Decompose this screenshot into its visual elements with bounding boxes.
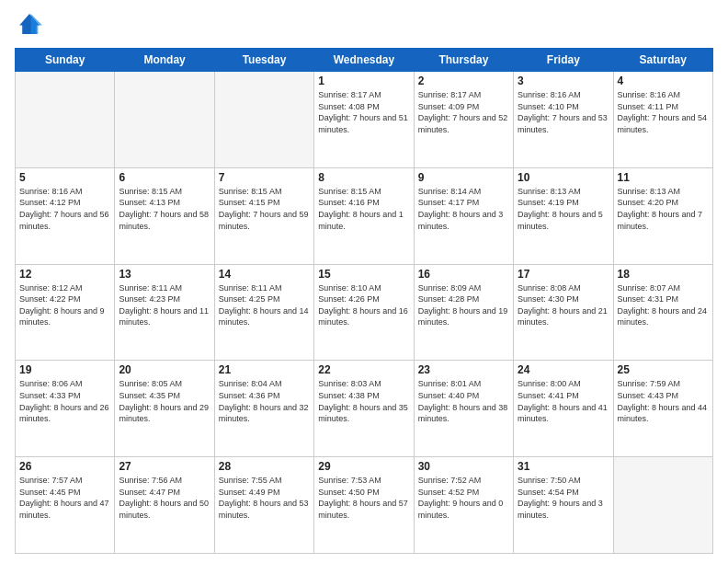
cell-info: Sunrise: 8:14 AMSunset: 4:17 PMDaylight:… xyxy=(418,186,509,232)
cell-info: Sunrise: 8:16 AMSunset: 4:12 PMDaylight:… xyxy=(19,186,110,232)
calendar-cell: 24Sunrise: 8:00 AMSunset: 4:41 PMDayligh… xyxy=(514,361,613,457)
calendar-cell: 10Sunrise: 8:13 AMSunset: 4:19 PMDayligh… xyxy=(514,167,613,264)
calendar-week-row: 26Sunrise: 7:57 AMSunset: 4:45 PMDayligh… xyxy=(16,457,713,554)
cell-day-number: 12 xyxy=(19,268,110,281)
cell-info: Sunrise: 8:17 AMSunset: 4:09 PMDaylight:… xyxy=(418,89,509,135)
calendar-cell: 25Sunrise: 7:59 AMSunset: 4:43 PMDayligh… xyxy=(613,361,712,457)
calendar-week-row: 12Sunrise: 8:12 AMSunset: 4:22 PMDayligh… xyxy=(16,264,713,361)
col-header-monday: Monday xyxy=(115,49,214,72)
calendar-cell: 21Sunrise: 8:04 AMSunset: 4:36 PMDayligh… xyxy=(214,361,313,457)
cell-day-number: 3 xyxy=(518,75,609,87)
calendar-cell: 19Sunrise: 8:06 AMSunset: 4:33 PMDayligh… xyxy=(16,361,115,457)
cell-info: Sunrise: 7:56 AMSunset: 4:47 PMDaylight:… xyxy=(119,475,210,521)
calendar-cell: 23Sunrise: 8:01 AMSunset: 4:40 PMDayligh… xyxy=(414,361,513,457)
cell-info: Sunrise: 8:15 AMSunset: 4:15 PMDaylight:… xyxy=(219,186,310,232)
calendar-cell: 31Sunrise: 7:50 AMSunset: 4:54 PMDayligh… xyxy=(514,457,613,554)
cell-info: Sunrise: 8:06 AMSunset: 4:33 PMDaylight:… xyxy=(19,378,110,424)
cell-day-number: 17 xyxy=(518,268,609,281)
calendar-cell xyxy=(613,457,712,554)
cell-info: Sunrise: 8:15 AMSunset: 4:13 PMDaylight:… xyxy=(119,186,210,232)
calendar-cell: 5Sunrise: 8:16 AMSunset: 4:12 PMDaylight… xyxy=(16,167,115,264)
cell-day-number: 6 xyxy=(119,171,210,184)
calendar-cell: 1Sunrise: 8:17 AMSunset: 4:08 PMDaylight… xyxy=(314,72,414,168)
page: SundayMondayTuesdayWednesdayThursdayFrid… xyxy=(0,0,728,563)
calendar-cell: 11Sunrise: 8:13 AMSunset: 4:20 PMDayligh… xyxy=(613,167,712,264)
cell-day-number: 14 xyxy=(219,268,310,281)
calendar-cell: 17Sunrise: 8:08 AMSunset: 4:30 PMDayligh… xyxy=(514,264,613,361)
cell-day-number: 9 xyxy=(418,171,509,184)
cell-info: Sunrise: 8:13 AMSunset: 4:19 PMDaylight:… xyxy=(518,186,609,232)
calendar-week-row: 1Sunrise: 8:17 AMSunset: 4:08 PMDaylight… xyxy=(16,72,713,168)
cell-day-number: 5 xyxy=(19,171,110,184)
col-header-friday: Friday xyxy=(514,49,613,72)
cell-day-number: 22 xyxy=(318,363,409,376)
cell-info: Sunrise: 8:03 AMSunset: 4:38 PMDaylight:… xyxy=(318,378,409,424)
calendar-cell: 12Sunrise: 8:12 AMSunset: 4:22 PMDayligh… xyxy=(16,264,115,361)
calendar-cell xyxy=(214,72,313,168)
cell-day-number: 28 xyxy=(219,460,310,473)
cell-info: Sunrise: 7:52 AMSunset: 4:52 PMDaylight:… xyxy=(418,475,509,521)
cell-day-number: 27 xyxy=(119,460,210,473)
cell-info: Sunrise: 7:55 AMSunset: 4:49 PMDaylight:… xyxy=(219,475,310,521)
cell-day-number: 25 xyxy=(618,363,709,376)
calendar-header-row: SundayMondayTuesdayWednesdayThursdayFrid… xyxy=(16,49,713,72)
logo-icon xyxy=(17,11,42,37)
calendar-cell: 30Sunrise: 7:52 AMSunset: 4:52 PMDayligh… xyxy=(414,457,513,554)
cell-info: Sunrise: 8:01 AMSunset: 4:40 PMDaylight:… xyxy=(418,378,509,424)
cell-day-number: 8 xyxy=(318,171,409,184)
cell-info: Sunrise: 8:05 AMSunset: 4:35 PMDaylight:… xyxy=(119,378,210,424)
cell-info: Sunrise: 8:12 AMSunset: 4:22 PMDaylight:… xyxy=(19,282,110,328)
svg-marker-1 xyxy=(31,14,42,34)
cell-info: Sunrise: 7:57 AMSunset: 4:45 PMDaylight:… xyxy=(19,475,110,521)
cell-day-number: 15 xyxy=(318,268,409,281)
col-header-sunday: Sunday xyxy=(16,49,115,72)
cell-info: Sunrise: 8:15 AMSunset: 4:16 PMDaylight:… xyxy=(318,186,409,232)
calendar-cell: 26Sunrise: 7:57 AMSunset: 4:45 PMDayligh… xyxy=(16,457,115,554)
cell-info: Sunrise: 8:00 AMSunset: 4:41 PMDaylight:… xyxy=(518,378,609,424)
cell-day-number: 16 xyxy=(418,268,509,281)
cell-day-number: 21 xyxy=(219,363,310,376)
cell-info: Sunrise: 7:53 AMSunset: 4:50 PMDaylight:… xyxy=(318,475,409,521)
calendar-cell: 3Sunrise: 8:16 AMSunset: 4:10 PMDaylight… xyxy=(514,72,613,168)
cell-info: Sunrise: 7:59 AMSunset: 4:43 PMDaylight:… xyxy=(618,378,709,424)
calendar-cell: 16Sunrise: 8:09 AMSunset: 4:28 PMDayligh… xyxy=(414,264,513,361)
calendar-cell: 9Sunrise: 8:14 AMSunset: 4:17 PMDaylight… xyxy=(414,167,513,264)
cell-info: Sunrise: 8:09 AMSunset: 4:28 PMDaylight:… xyxy=(418,282,509,328)
cell-day-number: 23 xyxy=(418,363,509,376)
col-header-wednesday: Wednesday xyxy=(314,49,414,72)
calendar-table: SundayMondayTuesdayWednesdayThursdayFrid… xyxy=(15,48,713,554)
calendar-cell: 29Sunrise: 7:53 AMSunset: 4:50 PMDayligh… xyxy=(314,457,414,554)
cell-day-number: 24 xyxy=(518,363,609,376)
calendar-cell: 2Sunrise: 8:17 AMSunset: 4:09 PMDaylight… xyxy=(414,72,513,168)
calendar-week-row: 19Sunrise: 8:06 AMSunset: 4:33 PMDayligh… xyxy=(16,361,713,457)
cell-info: Sunrise: 8:16 AMSunset: 4:11 PMDaylight:… xyxy=(618,89,709,135)
cell-info: Sunrise: 8:13 AMSunset: 4:20 PMDaylight:… xyxy=(618,186,709,232)
calendar-cell: 13Sunrise: 8:11 AMSunset: 4:23 PMDayligh… xyxy=(115,264,214,361)
cell-day-number: 13 xyxy=(119,268,210,281)
cell-day-number: 19 xyxy=(19,363,110,376)
cell-day-number: 30 xyxy=(418,460,509,473)
col-header-tuesday: Tuesday xyxy=(214,49,313,72)
cell-info: Sunrise: 8:16 AMSunset: 4:10 PMDaylight:… xyxy=(518,89,609,135)
header xyxy=(15,11,713,40)
calendar-cell: 27Sunrise: 7:56 AMSunset: 4:47 PMDayligh… xyxy=(115,457,214,554)
cell-day-number: 2 xyxy=(418,75,509,87)
calendar-cell xyxy=(115,72,214,168)
cell-info: Sunrise: 8:04 AMSunset: 4:36 PMDaylight:… xyxy=(219,378,310,424)
cell-info: Sunrise: 8:08 AMSunset: 4:30 PMDaylight:… xyxy=(518,282,609,328)
calendar-cell: 22Sunrise: 8:03 AMSunset: 4:38 PMDayligh… xyxy=(314,361,414,457)
cell-info: Sunrise: 8:11 AMSunset: 4:25 PMDaylight:… xyxy=(219,282,310,328)
logo xyxy=(15,11,44,40)
cell-day-number: 10 xyxy=(518,171,609,184)
cell-info: Sunrise: 7:50 AMSunset: 4:54 PMDaylight:… xyxy=(518,475,609,521)
cell-day-number: 29 xyxy=(318,460,409,473)
cell-day-number: 11 xyxy=(618,171,709,184)
calendar-cell: 28Sunrise: 7:55 AMSunset: 4:49 PMDayligh… xyxy=(214,457,313,554)
cell-day-number: 20 xyxy=(119,363,210,376)
cell-info: Sunrise: 8:17 AMSunset: 4:08 PMDaylight:… xyxy=(318,89,409,135)
col-header-saturday: Saturday xyxy=(613,49,712,72)
cell-info: Sunrise: 8:07 AMSunset: 4:31 PMDaylight:… xyxy=(618,282,709,328)
cell-info: Sunrise: 8:10 AMSunset: 4:26 PMDaylight:… xyxy=(318,282,409,328)
cell-day-number: 18 xyxy=(618,268,709,281)
col-header-thursday: Thursday xyxy=(414,49,513,72)
